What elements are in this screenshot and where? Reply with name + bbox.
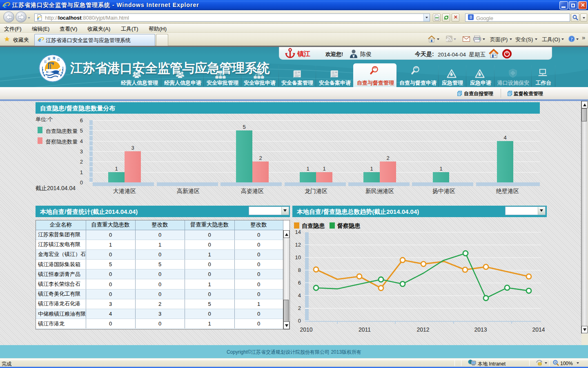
svg-text:?: ?: [570, 36, 573, 41]
svg-text:苏: 苏: [47, 57, 51, 61]
svg-text:口: 口: [57, 58, 60, 61]
svg-text:港: 港: [52, 56, 56, 60]
svg-text:江: 江: [44, 60, 47, 63]
